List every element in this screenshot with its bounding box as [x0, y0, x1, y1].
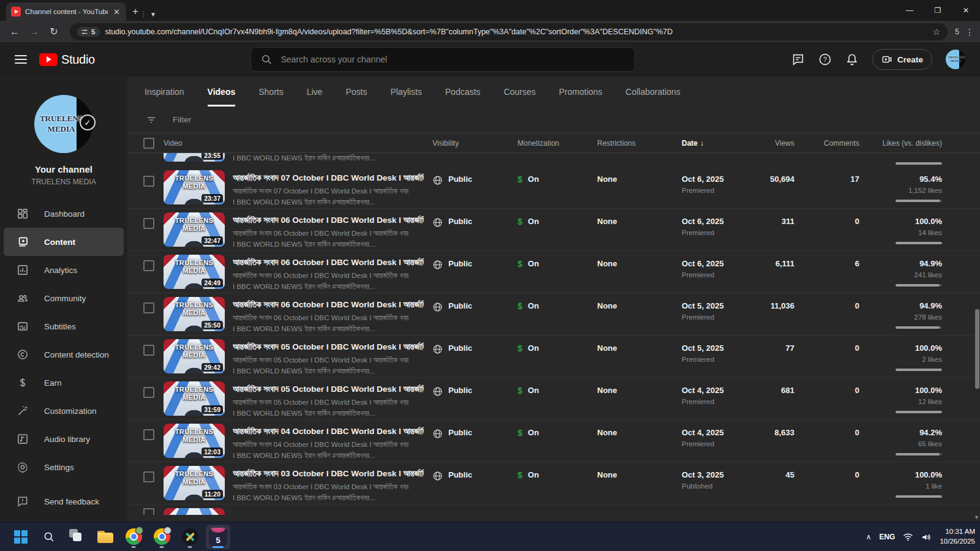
sidebar-item-content[interactable]: Content: [4, 228, 124, 256]
tab-inspiration[interactable]: Inspiration: [145, 87, 184, 107]
help-icon[interactable]: ?: [818, 53, 832, 66]
x-app-button[interactable]: [178, 525, 202, 549]
video-table-row[interactable]: TRUELENSMEDIA 31:59 আন্তর্জাতিক সংবাদ 05…: [127, 378, 980, 420]
row-checkbox[interactable]: [143, 176, 154, 187]
create-button[interactable]: Create: [872, 49, 932, 70]
visibility-cell[interactable]: Public: [432, 462, 518, 504]
monetization-cell[interactable]: $ On: [518, 420, 597, 462]
tab-close-icon[interactable]: ✕: [112, 7, 121, 17]
tab-promotions[interactable]: Promotions: [559, 87, 603, 107]
sidebar-item-customization[interactable]: Customization: [0, 397, 127, 425]
visibility-cell[interactable]: Public: [432, 251, 518, 293]
row-checkbox[interactable]: [143, 218, 154, 229]
window-close-button[interactable]: ✕: [952, 0, 980, 21]
search-input[interactable]: [281, 54, 625, 64]
col-visibility[interactable]: Visibility: [432, 139, 518, 148]
monetization-cell[interactable]: $ On: [518, 293, 597, 335]
col-views[interactable]: Views: [758, 139, 794, 148]
video-table-row[interactable]: TRUELENSMEDIA 23:37 আন্তর্জাতিক সংবাদ 07…: [127, 167, 980, 209]
feedback-comment-icon[interactable]: [791, 53, 805, 66]
col-date-sorted[interactable]: Date↓: [682, 139, 758, 148]
reload-button[interactable]: ↻: [45, 23, 62, 40]
video-title[interactable]: আন্তর্জাতিক সংবাদ 05 October I DBC World…: [233, 384, 424, 394]
video-table-row[interactable]: TRUELENSMEDIA 12:03 আন্তর্জাতিক সংবাদ 04…: [127, 420, 980, 462]
row-checkbox[interactable]: [143, 471, 154, 482]
visibility-cell[interactable]: Public: [432, 335, 518, 377]
visibility-cell[interactable]: Public: [432, 167, 518, 208]
video-thumbnail[interactable]: TRUELENSMEDIA 24:49: [164, 255, 225, 289]
sidebar-item-send-feedback[interactable]: Send feedback: [0, 487, 127, 515]
video-table-row[interactable]: TRUELENSMEDIA 25:50 আন্তর্জাতিক সংবাদ 06…: [127, 293, 980, 335]
site-settings-chip[interactable]: 5: [77, 27, 100, 37]
visibility-cell[interactable]: Public: [432, 420, 518, 462]
taskbar-search-button[interactable]: [37, 525, 61, 549]
video-thumbnail[interactable]: TRUELENSMEDIA 25:50: [164, 297, 225, 331]
row-checkbox[interactable]: [143, 302, 154, 313]
col-monetization[interactable]: Monetization: [518, 139, 597, 148]
tab-shorts[interactable]: Shorts: [258, 87, 283, 107]
video-table-row[interactable]: TRUELENSMEDIA 24:49 আন্তর্জাতিক সংবাদ 06…: [127, 251, 980, 293]
visibility-cell[interactable]: Public: [432, 293, 518, 335]
sidebar-item-audio-library[interactable]: Audio library: [0, 425, 127, 453]
notifications-bell-icon[interactable]: [845, 53, 859, 66]
sidebar-item-earn[interactable]: Earn: [0, 369, 127, 397]
filter-bar[interactable]: Filter: [127, 107, 980, 133]
taskbar-clock[interactable]: 10:31 AM 10/26/2025: [940, 527, 975, 546]
video-title[interactable]: আন্তর্জাতিক সংবাদ 05 October I DBC World…: [233, 342, 424, 352]
tab-playlists[interactable]: Playlists: [390, 87, 421, 107]
monetization-cell[interactable]: $ On: [518, 335, 597, 377]
visibility-cell[interactable]: Public: [432, 378, 518, 419]
menu-hamburger-icon[interactable]: [15, 55, 27, 64]
tray-overflow-chevron[interactable]: ∧: [866, 533, 872, 541]
video-title[interactable]: আন্তর্জাতিক সংবাদ 06 October I DBC World…: [233, 216, 424, 225]
tab-list-chevron-icon[interactable]: ▼: [143, 11, 156, 18]
channel-avatar[interactable]: TRUELENSMEDIA ✓: [34, 95, 93, 153]
window-minimize-button[interactable]: —: [895, 0, 924, 21]
row-checkbox[interactable]: [143, 508, 154, 515]
video-thumbnail[interactable]: TRUELENSMEDIA 12:03: [164, 424, 225, 458]
tab-collaborations[interactable]: Collaborations: [625, 87, 680, 107]
chrome-profile2-button[interactable]: [149, 525, 174, 549]
row-checkbox[interactable]: [143, 345, 154, 356]
video-thumbnail[interactable]: TRUELENSMEDIA 23:37: [164, 170, 225, 204]
scrollbar-down-arrow[interactable]: ▼: [974, 514, 979, 520]
file-explorer-button[interactable]: [93, 525, 118, 549]
col-restrictions[interactable]: Restrictions: [597, 139, 682, 148]
monetization-cell[interactable]: $ On: [518, 251, 597, 293]
monetization-cell[interactable]: $ On: [518, 167, 597, 208]
video-thumbnail[interactable]: TRUELENSMEDIA 32:47: [164, 212, 225, 247]
tab-live[interactable]: Live: [307, 87, 323, 107]
select-all-checkbox[interactable]: [143, 138, 154, 149]
bookmark-star-icon[interactable]: ☆: [933, 27, 941, 37]
address-bar[interactable]: 5 ☆: [70, 23, 948, 40]
col-comments[interactable]: Comments: [794, 139, 859, 148]
video-thumbnail[interactable]: TRUELENSMEDIA 11:20: [164, 466, 225, 500]
table-row-partial-bottom[interactable]: [127, 504, 980, 515]
account-avatar[interactable]: TRUELENS MEDIA: [946, 50, 965, 69]
video-title[interactable]: আন্তর্জাতিক সংবাদ 04 October I DBC World…: [233, 427, 424, 437]
active-browser-button[interactable]: 5: [206, 525, 230, 549]
sidebar-item-subtitles[interactable]: Subtitles: [0, 312, 127, 340]
sidebar-item-settings[interactable]: Settings: [0, 453, 127, 481]
video-title[interactable]: আন্তর্জাতিক সংবাদ 06 October I DBC World…: [233, 300, 424, 310]
channel-search-box[interactable]: [251, 47, 635, 72]
video-title[interactable]: আন্তর্জাতিক সংবাদ 03 October I DBC World…: [233, 469, 424, 479]
start-button[interactable]: [9, 525, 33, 549]
video-table-row[interactable]: TRUELENSMEDIA 29:42 আন্তর্জাতিক সংবাদ 05…: [127, 335, 980, 378]
col-likes[interactable]: Likes (vs. dislikes): [859, 139, 942, 148]
extensions-count[interactable]: 5: [955, 28, 959, 36]
window-restore-button[interactable]: ❐: [924, 0, 952, 21]
tab-posts[interactable]: Posts: [345, 87, 367, 107]
forward-button[interactable]: →: [26, 23, 43, 40]
table-row-partial-top[interactable]: 23:55 I BBC WORLD NEWS ইরান মার্কিন #আন্…: [127, 153, 980, 167]
video-title[interactable]: আন্তর্জাতিক সংবাদ 06 October I DBC World…: [233, 258, 424, 268]
row-checkbox[interactable]: [143, 387, 154, 398]
tab-podcasts[interactable]: Podcasts: [445, 87, 481, 107]
browser-tab[interactable]: Channel content - YouTube Stu ✕: [6, 2, 126, 21]
video-table-row[interactable]: TRUELENSMEDIA 11:20 আন্তর্জাতিক সংবাদ 03…: [127, 462, 980, 504]
chrome-profile1-button[interactable]: [121, 525, 146, 549]
video-thumbnail[interactable]: TRUELENSMEDIA 31:59: [164, 381, 225, 416]
url-input[interactable]: [105, 28, 927, 36]
wifi-icon[interactable]: [903, 533, 913, 541]
row-checkbox[interactable]: [143, 429, 154, 440]
